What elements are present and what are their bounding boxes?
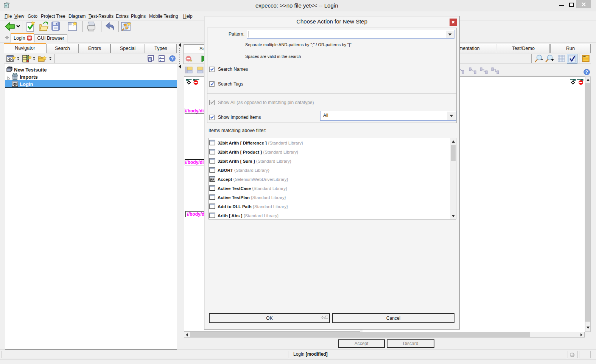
svg-text:?: ? xyxy=(171,56,174,61)
svg-text:±: ± xyxy=(190,58,192,63)
svg-text:?: ? xyxy=(585,70,588,75)
